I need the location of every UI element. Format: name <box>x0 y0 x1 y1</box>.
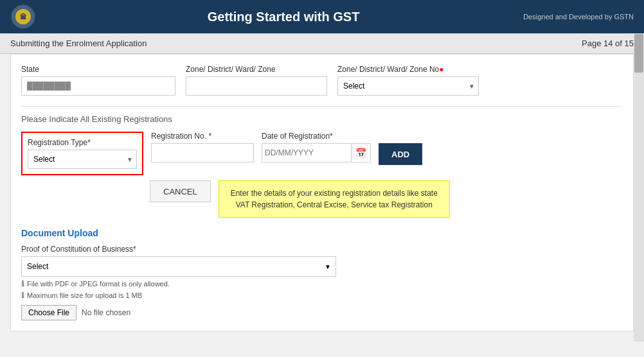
page-title: Getting Started with GST <box>44 10 523 24</box>
zone-no-field-group: Zone/ District/ Ward/ Zone No● Select ▼ <box>337 65 479 96</box>
info-icon-2: ℹ <box>21 291 24 300</box>
state-field-group: State <box>21 65 175 96</box>
scrollbar-thumb[interactable] <box>634 34 643 73</box>
date-label: Date of Registration* <box>262 132 371 141</box>
header-tagline: Designed and Developed by GSTN <box>523 13 634 21</box>
reg-type-select[interactable]: Select <box>28 150 137 169</box>
info-icon-1: ℹ <box>21 279 24 288</box>
cancel-wrap: CANCEL <box>150 180 211 202</box>
file-info-2: ℹ Maximum file size for upload is 1 MB <box>21 291 623 300</box>
scrollbar[interactable] <box>634 33 644 342</box>
divider <box>21 106 623 107</box>
proof-select[interactable]: Select <box>21 256 336 277</box>
proof-label: Proof of Constitution of Business* <box>21 245 623 254</box>
zone-input[interactable]: circle <box>186 76 327 96</box>
reg-no-input[interactable] <box>151 143 254 162</box>
reg-no-group: Registration No. * <box>151 132 254 162</box>
cancel-button[interactable]: CANCEL <box>150 180 211 202</box>
file-row: Choose File No file chosen <box>21 305 623 320</box>
location-row: State Zone/ District/ Ward/ Zone circle … <box>21 65 623 96</box>
file-info-1: ℹ File with PDF or JPEG format is only a… <box>21 279 623 288</box>
state-input <box>21 76 175 96</box>
zone-label: Zone/ District/ Ward/ Zone <box>186 65 327 74</box>
reg-type-label: Registration Type* <box>28 138 137 147</box>
breadcrumb: Submitting the Enrolment Application <box>10 39 147 48</box>
date-group: Date of Registration* 📅 <box>262 132 371 162</box>
calendar-icon[interactable]: 📅 <box>351 144 370 162</box>
proof-select-wrap: Select ▼ <box>21 256 336 277</box>
reg-type-select-wrap: Select ▼ <box>28 150 137 169</box>
main-content: State Zone/ District/ Ward/ Zone circle … <box>10 54 634 331</box>
state-label: State <box>21 65 175 74</box>
registration-row: Registration Type* Select ▼ Registration… <box>21 132 623 175</box>
zone-no-label: Zone/ District/ Ward/ Zone No● <box>337 65 479 74</box>
zone-no-select[interactable]: Select <box>337 76 479 96</box>
no-file-label: No file chosen <box>82 308 130 317</box>
zone-field-group: Zone/ District/ Ward/ Zone circle <box>186 65 327 96</box>
svg-text:🏛: 🏛 <box>20 13 26 21</box>
date-input[interactable] <box>262 144 351 162</box>
reg-type-box: Registration Type* Select ▼ <box>21 132 143 175</box>
app-header: 🏛 Getting Started with GST Designed and … <box>0 0 644 33</box>
tooltip-cancel-area: CANCEL Enter the details of your existin… <box>21 180 623 218</box>
tooltip-box: Enter the details of your existing regis… <box>219 180 450 218</box>
doc-upload-title: Document Upload <box>21 228 623 238</box>
add-button[interactable]: ADD <box>379 143 422 165</box>
indicate-label: Please Indicate All Existing Registratio… <box>21 114 623 124</box>
date-input-wrap: 📅 <box>262 143 371 162</box>
doc-upload-section: Document Upload Proof of Constitution of… <box>21 228 623 320</box>
page-info: Page 14 of 15 <box>582 39 634 48</box>
subheader: Submitting the Enrolment Application Pag… <box>0 33 644 54</box>
zone-no-select-wrap: Select ▼ <box>337 76 479 96</box>
app-logo: 🏛 <box>10 4 36 30</box>
choose-file-button[interactable]: Choose File <box>21 305 76 320</box>
reg-no-label: Registration No. * <box>151 132 254 141</box>
